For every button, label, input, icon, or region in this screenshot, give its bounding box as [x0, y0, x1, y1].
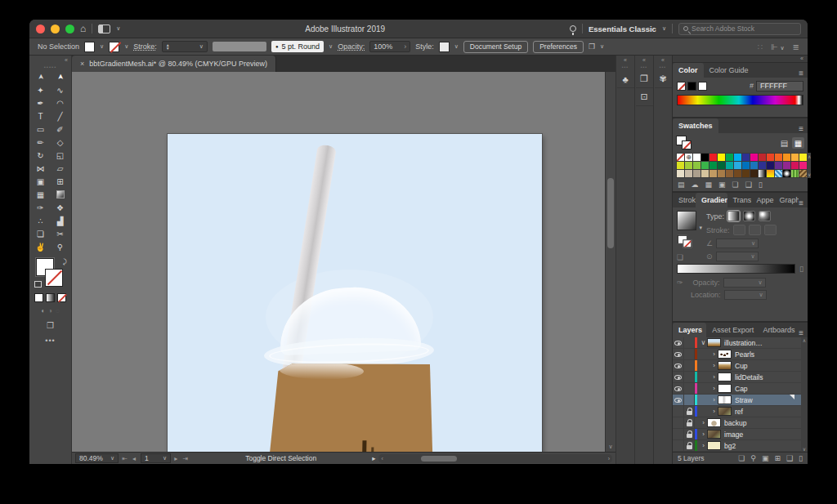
style-swatch[interactable] — [439, 42, 450, 52]
panel-grip[interactable]: ••• — [660, 65, 666, 70]
blend-tool[interactable]: ❖ — [51, 201, 70, 214]
symbol-sprayer-tool[interactable]: ∴ — [31, 214, 51, 227]
expand-layer-icon[interactable]: › — [710, 385, 718, 392]
swatch-kinds-icon[interactable]: ▦ — [705, 181, 713, 189]
cup-shape[interactable] — [265, 361, 435, 452]
locate-object-icon[interactable]: ⚲ — [750, 454, 756, 462]
artboard-number-dropdown[interactable]: 1∨ — [141, 453, 171, 463]
visibility-toggle[interactable] — [673, 372, 684, 382]
lock-toggle[interactable] — [684, 360, 695, 371]
swatches-panel-menu-icon[interactable]: ≡ — [799, 124, 808, 133]
layer-thumbnail[interactable] — [707, 338, 721, 347]
layer-row-straw[interactable]: ›Straw○ — [673, 395, 808, 406]
swatch-libraries-icon[interactable]: ▤ — [678, 181, 685, 189]
registration-swatch[interactable]: ⊕ — [685, 154, 692, 161]
layer-name[interactable]: ref — [735, 408, 799, 416]
scroll-right-icon[interactable]: › — [608, 456, 610, 462]
color-swatch[interactable] — [783, 154, 790, 161]
color-swatch[interactable] — [709, 162, 717, 169]
color-swatch[interactable] — [726, 162, 733, 169]
stop-opacity-field[interactable]: ∨ — [723, 278, 766, 288]
color-swatch[interactable] — [742, 154, 750, 161]
grid-view-icon[interactable]: ▦ — [792, 137, 804, 149]
expand-panel-icon[interactable]: « — [661, 57, 665, 65]
search-input[interactable] — [692, 25, 781, 33]
zoom-level-dropdown[interactable]: 80.49%∨ — [75, 453, 119, 463]
swatch-themes-icon[interactable]: ☁ — [692, 181, 699, 189]
color-swatch[interactable] — [677, 170, 684, 177]
stroke-within-button[interactable] — [733, 225, 745, 235]
layer-thumbnail[interactable] — [707, 441, 721, 450]
shaper-tool[interactable]: ✏ — [31, 136, 51, 149]
chevron-down-icon[interactable]: ∨ — [600, 43, 604, 50]
gradient-angle-field[interactable]: ∨ — [716, 239, 759, 248]
color-swatch[interactable] — [726, 170, 733, 177]
none-swatch[interactable] — [677, 82, 686, 91]
color-swatch[interactable] — [799, 154, 807, 161]
gradient-tab-appe[interactable]: Appe — [751, 193, 774, 207]
new-swatch-icon[interactable]: ❑ — [745, 181, 752, 189]
arrange-documents-icon[interactable] — [98, 25, 110, 33]
asset-export-panel-icon[interactable]: ⊡ — [636, 88, 653, 106]
zoom-window-button[interactable] — [65, 25, 74, 33]
expand-layer-icon[interactable]: › — [710, 362, 718, 369]
color-swatch[interactable] — [783, 162, 790, 169]
vertical-scrollbar-thumb[interactable] — [607, 178, 614, 248]
collect-for-export-icon[interactable]: ❏ — [738, 454, 745, 462]
expand-layer-icon[interactable]: › — [710, 408, 718, 415]
stroke-weight-label[interactable]: Stroke: — [133, 42, 157, 51]
color-swatch[interactable] — [734, 162, 741, 169]
linear-gradient-button[interactable] — [727, 211, 740, 221]
vertical-scrollbar[interactable]: ∨ — [605, 72, 615, 452]
document-tab[interactable]: × bbtGradientMesh.ai* @ 80.49% (CMYK/GPU… — [72, 56, 276, 72]
layers-tab-asset-export[interactable]: Asset Export — [706, 323, 757, 337]
color-swatch[interactable] — [685, 162, 692, 169]
expand-panel-icon[interactable]: « — [624, 57, 627, 65]
color-swatch[interactable] — [742, 162, 750, 169]
color-spectrum-bar[interactable] — [677, 95, 803, 105]
lock-toggle[interactable] — [684, 349, 695, 359]
hex-value-field[interactable]: FFFFFF — [756, 81, 803, 91]
mesh-tool[interactable]: ▦ — [31, 188, 51, 201]
chevron-down-icon[interactable]: ∨ — [100, 43, 104, 50]
color-swatch[interactable] — [701, 154, 709, 161]
color-swatch[interactable] — [783, 170, 790, 177]
gradient-tab-graph[interactable]: Graph — [774, 193, 799, 207]
none-mode-button[interactable] — [57, 293, 66, 302]
scroll-left-icon[interactable]: ‹ — [381, 456, 383, 462]
curvature-tool[interactable]: ◠ — [51, 96, 70, 109]
grid-snapping-icon[interactable]: ∷ — [758, 42, 763, 51]
layer-row-illustration-[interactable]: ∨illustration…○ — [673, 337, 808, 349]
layer-row-liddetails[interactable]: ›lidDetails○ — [673, 372, 808, 383]
panel-grip[interactable]: ••• — [622, 65, 629, 70]
color-swatch[interactable] — [799, 162, 807, 169]
artboards-panel-icon[interactable]: ❐ — [636, 70, 653, 88]
expand-layer-icon[interactable]: › — [710, 396, 718, 404]
horizontal-scrollbar-thumb[interactable] — [421, 456, 457, 462]
preferences-button[interactable]: Preferences — [533, 41, 584, 53]
black-swatch[interactable] — [687, 82, 696, 91]
variable-width-profile-dropdown[interactable] — [213, 42, 266, 51]
expand-layer-icon[interactable]: ∨ — [700, 339, 707, 346]
color-mode-button[interactable] — [34, 293, 43, 302]
color-swatch[interactable] — [750, 170, 758, 177]
visibility-toggle[interactable] — [673, 360, 684, 371]
aspect-ratio-field[interactable]: ∨ — [716, 252, 759, 261]
color-swatch[interactable] — [685, 170, 692, 177]
layer-row-backup[interactable]: ›backup○ — [673, 417, 808, 429]
opacity-label[interactable]: Opacity: — [338, 42, 365, 51]
zoom-tool[interactable]: ⚲ — [51, 240, 70, 253]
radial-gradient-button[interactable] — [743, 211, 755, 221]
color-panel-menu-icon[interactable]: ≡ — [799, 69, 808, 78]
layer-name[interactable]: illustration… — [724, 339, 799, 347]
workspace-switcher[interactable]: Essentials Classic — [589, 25, 656, 33]
color-swatch[interactable] — [693, 170, 700, 177]
layer-name[interactable]: lidDetails — [735, 373, 799, 381]
layer-thumbnail[interactable] — [718, 384, 732, 393]
free-transform-tool[interactable]: ▱ — [51, 162, 70, 175]
swatch-scrollbar[interactable]: ∧∨ — [808, 153, 811, 178]
line-segment-tool[interactable]: ╱ — [51, 109, 70, 123]
layer-thumbnail[interactable] — [718, 350, 732, 359]
expand-layer-icon[interactable]: › — [700, 442, 707, 449]
gradient-preview-swatch[interactable] — [677, 211, 696, 230]
